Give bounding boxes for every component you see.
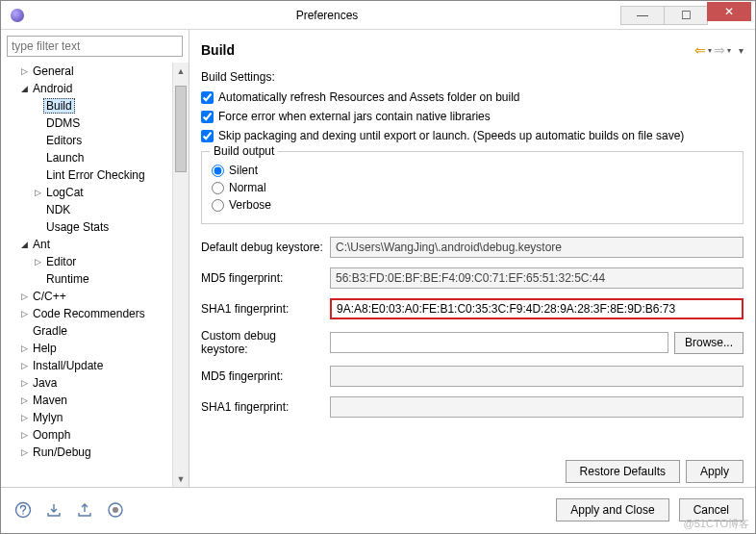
forward-dropdown-icon[interactable]: ▾ <box>727 46 731 55</box>
verbose-radio-input[interactable] <box>212 199 224 212</box>
skip-packaging-input[interactable] <box>201 130 214 142</box>
tree-item-lint-error-checking[interactable]: Lint Error Checking <box>3 166 189 184</box>
tree-item-label: Install/Update <box>30 359 106 372</box>
tree-item-label: Maven <box>30 394 70 407</box>
expand-icon[interactable]: ▷ <box>18 309 30 318</box>
tree-item-logcat[interactable]: ▷LogCat <box>3 184 189 201</box>
back-icon[interactable]: ⇐ <box>694 42 706 58</box>
auto-refresh-input[interactable] <box>201 91 214 104</box>
expand-icon[interactable]: ▷ <box>18 395 30 405</box>
scroll-thumb[interactable] <box>175 86 187 172</box>
sidebar: ▷General◢AndroidBuildDDMSEditorsLaunchLi… <box>1 30 189 487</box>
tree-item-install-update[interactable]: ▷Install/Update <box>3 357 189 374</box>
silent-radio[interactable]: Silent <box>212 164 733 177</box>
md5-custom-label: MD5 fingerprint: <box>201 369 324 383</box>
tree-item-gradle[interactable]: Gradle <box>3 322 189 340</box>
tree-item-build[interactable]: Build <box>3 97 189 114</box>
collapse-icon[interactable]: ◢ <box>18 84 30 93</box>
tree-item-code-recommenders[interactable]: ▷Code Recommenders <box>3 305 189 322</box>
tree-item-maven[interactable]: ▷Maven <box>3 392 189 409</box>
expand-icon[interactable]: ▷ <box>18 430 30 440</box>
oomph-icon[interactable] <box>105 499 126 521</box>
tree-item-runtime[interactable]: Runtime <box>3 270 189 288</box>
tree-item-oomph[interactable]: ▷Oomph <box>3 426 189 444</box>
close-button[interactable]: ✕ <box>707 2 751 21</box>
collapse-icon[interactable]: ◢ <box>18 240 30 249</box>
tree-item-general[interactable]: ▷General <box>3 63 189 80</box>
build-settings-label: Build Settings: <box>201 70 743 84</box>
sidebar-scrollbar[interactable]: ▲ ▼ <box>172 63 189 487</box>
tree-item-run-debug[interactable]: ▷Run/Debug <box>3 444 189 461</box>
custom-keystore-field[interactable] <box>330 332 668 353</box>
verbose-radio[interactable]: Verbose <box>212 198 733 212</box>
tree-item-label: Runtime <box>43 272 92 286</box>
normal-radio-input[interactable] <box>212 182 224 194</box>
title-bar: Preferences — ☐ ✕ <box>1 1 755 30</box>
dialog-footer: Apply and Close Cancel <box>1 487 755 531</box>
force-error-checkbox[interactable]: Force error when external jars contain n… <box>201 110 743 123</box>
scroll-down-icon[interactable]: ▼ <box>173 470 189 487</box>
tree-item-editors[interactable]: Editors <box>3 132 189 149</box>
tree-item-ant[interactable]: ◢Ant <box>3 236 189 253</box>
minimize-button[interactable]: — <box>620 6 665 25</box>
force-error-input[interactable] <box>201 111 214 123</box>
tree-item-launch[interactable]: Launch <box>3 149 189 166</box>
tree-item-editor[interactable]: ▷Editor <box>3 253 189 270</box>
preference-tree[interactable]: ▷General◢AndroidBuildDDMSEditorsLaunchLi… <box>3 63 189 461</box>
sha1-field-highlighted[interactable]: 9A:A8:E0:03:A0:FE:B1:C0:35:3C:F9:4D:28:9… <box>330 298 743 319</box>
expand-icon[interactable]: ▷ <box>32 257 43 267</box>
default-keystore-field[interactable] <box>330 237 743 258</box>
tree-item-label: Code Recommenders <box>30 307 148 320</box>
import-icon[interactable] <box>43 499 64 521</box>
restore-defaults-button[interactable]: Restore Defaults <box>566 460 680 483</box>
expand-icon[interactable]: ▷ <box>18 361 30 370</box>
sha1-value: 9A:A8:E0:03:A0:FE:B1:C0:35:3C:F9:4D:28:9… <box>337 302 675 316</box>
tree-item-help[interactable]: ▷Help <box>3 340 189 357</box>
tree-item-ddms[interactable]: DDMS <box>3 114 189 132</box>
tree-item-label: Ant <box>30 238 53 251</box>
export-icon[interactable] <box>74 499 95 521</box>
auto-refresh-checkbox[interactable]: Automatically refresh Resources and Asse… <box>201 90 743 104</box>
md5-field[interactable] <box>330 267 743 289</box>
apply-and-close-button[interactable]: Apply and Close <box>556 498 668 521</box>
sha1-label: SHA1 fingerprint: <box>201 302 324 316</box>
view-menu-icon[interactable]: ▾ <box>739 45 743 56</box>
scroll-up-icon[interactable]: ▲ <box>173 63 189 79</box>
expand-icon[interactable]: ▷ <box>18 378 30 388</box>
browse-button[interactable]: Browse... <box>674 332 743 354</box>
tree-item-label: Java <box>30 376 60 390</box>
sha1-custom-field[interactable] <box>330 396 743 418</box>
back-dropdown-icon[interactable]: ▾ <box>708 46 712 55</box>
watermark: @51CTO博客 <box>684 517 749 531</box>
tree-item-java[interactable]: ▷Java <box>3 374 189 392</box>
tree-item-ndk[interactable]: NDK <box>3 201 189 218</box>
skip-packaging-checkbox[interactable]: Skip packaging and dexing until export o… <box>201 129 743 142</box>
md5-custom-field[interactable] <box>330 366 743 387</box>
normal-radio[interactable]: Normal <box>212 181 733 194</box>
expand-icon[interactable]: ▷ <box>32 188 43 197</box>
svg-point-1 <box>22 513 24 515</box>
tree-item-mylyn[interactable]: ▷Mylyn <box>3 409 189 426</box>
expand-icon[interactable]: ▷ <box>18 292 30 301</box>
tree-item-label: Editor <box>43 255 79 268</box>
verbose-label: Verbose <box>229 198 271 212</box>
expand-icon[interactable]: ▷ <box>18 343 30 353</box>
maximize-button[interactable]: ☐ <box>664 6 708 25</box>
tree-item-usage-stats[interactable]: Usage Stats <box>3 218 189 236</box>
tree-item-android[interactable]: ◢Android <box>3 80 189 97</box>
app-icon <box>1 9 34 22</box>
content-area: ▷General◢AndroidBuildDDMSEditorsLaunchLi… <box>1 30 755 487</box>
build-output-group: Build output Silent Normal Verbose <box>201 151 743 224</box>
forward-icon[interactable]: ⇒ <box>714 42 725 58</box>
tree-item-c-c-[interactable]: ▷C/C++ <box>3 288 189 305</box>
apply-button[interactable]: Apply <box>686 460 743 483</box>
custom-keystore-label: Custom debug keystore: <box>201 329 324 356</box>
silent-radio-input[interactable] <box>212 165 224 177</box>
expand-icon[interactable]: ▷ <box>18 413 30 422</box>
filter-input[interactable] <box>7 36 183 57</box>
expand-icon[interactable]: ▷ <box>18 447 30 457</box>
help-icon[interactable] <box>13 499 34 521</box>
main-panel: Build ⇐ ▾ ⇒ ▾ ▾ Build Settings: Automati… <box>189 30 755 487</box>
expand-icon[interactable]: ▷ <box>18 66 30 76</box>
auto-refresh-label: Automatically refresh Resources and Asse… <box>218 90 520 104</box>
